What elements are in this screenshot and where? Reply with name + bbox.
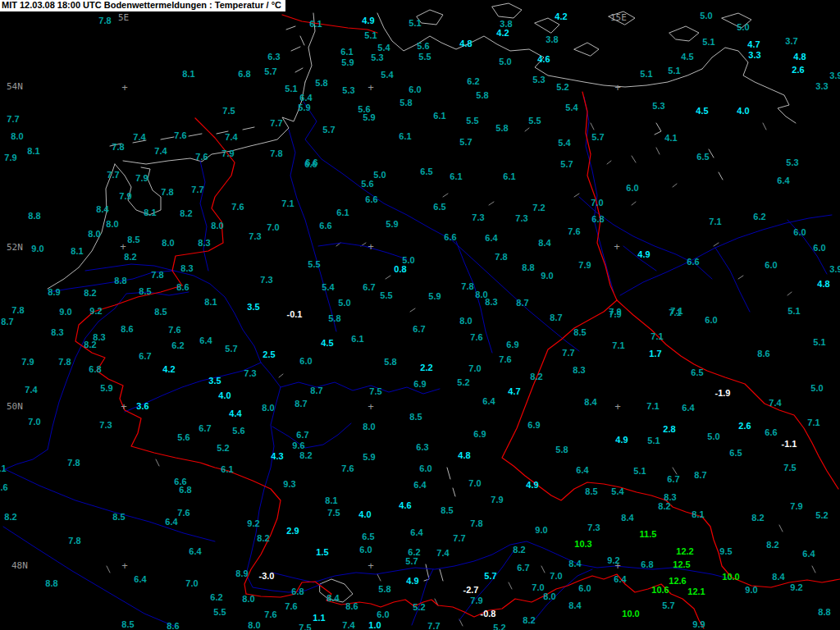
station-temp: 7.3 — [515, 214, 527, 223]
station-temp: 7.4 — [436, 549, 449, 558]
station-temp: 7.0 — [28, 418, 40, 427]
station-temp: 6.4 — [576, 466, 588, 475]
station-temp: 6.6 — [304, 160, 317, 169]
station-temp: 6.1 — [351, 335, 363, 344]
station-temp: 7.9 — [4, 153, 16, 162]
station-temp: 5.0 — [707, 432, 719, 441]
station-temp: 7.3 — [99, 421, 112, 430]
station-temp: 7.1 — [281, 199, 294, 208]
station-temp: 6.0 — [419, 464, 431, 473]
station-temp: 9.0 — [541, 272, 553, 281]
station-temp: 7.6 — [231, 203, 244, 212]
station-temp: 8.2 — [124, 253, 136, 262]
station-temp: 6.5 — [433, 203, 445, 212]
title-bar: MIT 12.03.08 18:00 UTC Bodenwettermeldun… — [0, 0, 286, 12]
station-temp: 8.7 — [694, 471, 706, 480]
weather-map-window: ++++++++++++ 54N52N50N48N5E15E 7.86.38.1… — [0, 0, 840, 630]
station-temp: 4.9 — [615, 436, 628, 445]
station-temp: 6.4 — [189, 547, 201, 556]
station-temp: 8.8 — [28, 212, 40, 221]
station-temp: 5.2 — [413, 603, 425, 612]
station-temp: 7.4 — [342, 621, 354, 630]
station-temp: 6.0 — [409, 85, 421, 94]
station-temp: 5.4 — [558, 139, 570, 148]
station-temp: 6.3 — [267, 52, 280, 62]
station-temp: 5.4 — [322, 283, 334, 292]
station-temp: 5.1 — [788, 307, 800, 316]
station-temp: 3.9 — [829, 265, 840, 274]
station-temp: 6.0 — [359, 546, 372, 555]
station-temp: -1.1 — [782, 440, 797, 449]
station-temp: 6.0 — [626, 184, 638, 193]
station-temp: 5.5 — [418, 52, 431, 62]
station-temp: 2.5 — [262, 350, 275, 359]
station-temp: 6.5 — [691, 368, 703, 377]
station-temp: 8.1 — [144, 208, 156, 217]
station-temp: 7.7 — [562, 349, 574, 358]
station-temp: 6.6 — [365, 195, 377, 204]
station-temp: 8.0 — [11, 132, 23, 141]
station-temp: 7.0 — [468, 479, 481, 488]
station-temp: 4.2 — [162, 365, 175, 374]
station-temp: 6.0 — [299, 357, 312, 366]
station-temp: 5.1 — [633, 467, 646, 476]
station-temp: 7.0 — [185, 579, 198, 588]
station-temp: 7.7 — [107, 171, 119, 180]
station-temp: 8.4 — [568, 559, 581, 568]
station-temp: 9.3 — [283, 480, 295, 489]
station-temp: 8.4 — [621, 514, 633, 523]
station-temp: 4.3 — [271, 452, 283, 461]
station-temp: 7.7 — [453, 534, 465, 543]
station-temp: 0.8 — [394, 265, 406, 274]
station-temp: 7.3 — [472, 213, 484, 222]
geo-label: 15E — [610, 13, 627, 22]
station-temp: 10.3 — [574, 540, 591, 549]
station-temp: 4.5 — [321, 339, 333, 348]
station-temp: 2.9 — [286, 527, 299, 536]
station-temp: 7.9 — [21, 358, 34, 367]
station-temp: 5.6 — [232, 427, 244, 436]
station-temp: 4.1 — [664, 134, 677, 143]
station-temp: 6.8 — [179, 486, 191, 495]
station-temp: 7.6 — [568, 227, 580, 236]
station-temp: 12.6 — [669, 577, 686, 586]
station-temp: 4.9 — [362, 16, 374, 25]
station-temp: 5.1 — [409, 19, 421, 28]
station-temp: 6.1 — [450, 172, 462, 181]
station-temp: 4.6 — [399, 501, 411, 510]
station-temp: 3.8 — [546, 35, 558, 44]
station-temp: 4.8 — [459, 39, 472, 48]
station-temp: 5.0 — [499, 57, 511, 66]
station-temp: 5.0 — [338, 299, 350, 308]
station-temp: 6.4 — [682, 404, 694, 413]
station-temp: 8.4 — [538, 239, 550, 248]
station-temp: 7.7 — [270, 119, 282, 128]
station-temp: 3.3 — [748, 51, 760, 60]
station-temp: 6.2 — [171, 341, 184, 350]
station-temp: 7.5 — [299, 623, 311, 630]
station-temp: 5.7 — [264, 67, 276, 76]
station-temp: 7.2 — [532, 203, 545, 212]
station-temp: 6.8 — [89, 365, 101, 374]
station-temp: 6.5 — [420, 167, 432, 176]
station-temp: 6.7 — [667, 475, 679, 484]
station-temp: 4.5 — [681, 52, 693, 62]
station-temp: 6.3 — [416, 443, 428, 452]
station-temp: 7.4 — [133, 133, 145, 142]
station-temp: 6.7 — [363, 283, 375, 292]
station-temp: 5.3 — [786, 158, 798, 167]
station-temp: 8.2 — [523, 616, 535, 625]
station-temp: 6.1 — [221, 465, 233, 474]
station-temp: 4.4 — [229, 409, 241, 418]
station-temp: 10.0 — [622, 609, 639, 619]
station-temp: 7.8 — [67, 459, 80, 468]
station-temp: 8.2 — [766, 541, 778, 550]
station-temp: 5.3 — [532, 75, 545, 84]
station-temp: 7.5 — [222, 107, 235, 116]
station-temp: 7.7 — [191, 185, 203, 194]
station-temp: 7.8 — [151, 271, 163, 280]
station-temp: 9.2 — [89, 307, 102, 316]
terrain-marks-layer — [107, 123, 815, 626]
graticule-mark-icon: + — [121, 84, 128, 92]
station-temp: 7.5 — [369, 387, 381, 396]
